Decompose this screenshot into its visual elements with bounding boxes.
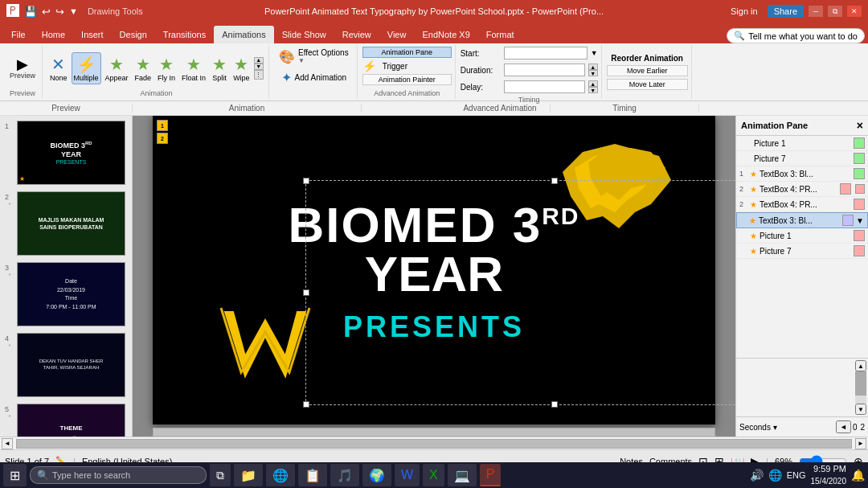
star-icon-1: ★ [750,170,757,178]
anim-scroll-down[interactable]: ▼ [254,64,264,70]
slide-thumb-1[interactable]: 1 BIOMED 3RD YEAR PRESENTS ★ [3,119,129,187]
duration-up[interactable]: ▲ [588,64,598,70]
anim-floatin[interactable]: ★ Float In [179,52,208,84]
notification-icon[interactable]: 🔔 [851,469,865,482]
anim-item-picture7-bot[interactable]: ★ Picture 7 [736,244,868,259]
save-icon[interactable]: 💾 [24,6,37,18]
start-dropdown[interactable]: ▼ [591,49,598,57]
anim-scroll-up[interactable]: ▲ [254,57,264,64]
anim-item-picture1-bot[interactable]: ★ Picture 1 [736,228,868,244]
delay-input[interactable] [504,80,585,93]
undo-icon[interactable]: ↩ [42,6,51,18]
close-btn[interactable]: ✕ [847,6,862,17]
duration-input[interactable] [504,64,585,76]
network-icon[interactable]: 🌐 [768,469,782,482]
delay-down[interactable]: ▼ [588,87,598,93]
delay-spinner: ▲ ▼ [588,80,598,93]
add-animation-btn[interactable]: ✦ Add Animation [276,68,352,87]
animation-pane-close[interactable]: × [857,119,863,132]
tab-insert[interactable]: Insert [73,26,112,43]
tab-animations[interactable]: Animations [214,26,273,43]
anim-none[interactable]: ✕ None [47,52,70,84]
slide-thumb-3[interactable]: 3 * Date22/03/2019Time7:00 PM - 11:00 PM [3,260,129,328]
chrome-btn[interactable]: 🌐 [266,464,295,486]
move-earlier-btn[interactable]: Move Earlier [607,65,688,76]
scroll-left-btn[interactable]: ◄ [2,438,13,449]
start-input[interactable] [504,47,588,59]
sound-icon[interactable]: 🔊 [750,469,764,482]
h-main-thumb[interactable] [17,440,851,448]
start-btn[interactable]: ⊞ [3,464,27,486]
anim-split[interactable]: ★ Split [210,52,229,84]
word-btn[interactable]: W [395,464,420,486]
anim-scroll-up-btn[interactable]: ▲ [855,360,866,371]
tab-view[interactable]: View [379,26,415,43]
folder-icon: 📁 [240,468,256,483]
slide-thumb-2[interactable]: 2 * MAJLIS MAKAN MALAMSAINS BIOPERUBATAN [3,190,129,257]
anim-item-textbox4-1[interactable]: 2 ★ TextBox 4: PR... [736,182,868,197]
slide-canvas[interactable]: 1 2 BIOMED 3RD YEAR PRESENTS [153,116,715,424]
anim-dropdown-arrow[interactable]: ▼ [856,216,864,225]
h-scroll-thumb[interactable] [154,429,714,436]
h-main-scrollbar[interactable] [16,439,852,449]
sign-in-btn[interactable]: Sign in [726,5,763,18]
anim-fade[interactable]: ★ Fade [133,52,154,84]
tab-design[interactable]: Design [112,26,155,43]
handle-tl[interactable] [303,178,309,184]
file-explorer-btn[interactable]: 📁 [234,464,263,486]
excel-btn[interactable]: X [423,464,444,486]
minimize-btn[interactable]: ─ [809,6,823,17]
animation-scroll-arrows: ▲ ▼ ⋮ [254,57,264,80]
tab-file[interactable]: File [3,26,34,43]
slide-thumb-5[interactable]: 5 * THEME 🎵 [3,402,129,437]
tab-endnote[interactable]: EndNote X9 [414,26,477,43]
slide-thumb-4[interactable]: 4 * DEKAN TUV HANDAR SHERTAHIR, WISRA SE… [3,331,129,399]
tab-home[interactable]: Home [34,26,73,43]
anim-scroll-down-btn[interactable]: ▼ [855,404,866,415]
tell-me-input[interactable]: 🔍 Tell me what you want to do [727,28,865,43]
redo-icon[interactable]: ↪ [55,6,64,18]
custom-btn-1[interactable]: 💻 [448,464,477,486]
edge-btn[interactable]: 🌍 [362,464,391,486]
tab-transitions[interactable]: Transitions [155,26,214,43]
taskbar-search[interactable]: 🔍 Type here to search [30,466,207,484]
move-later-btn[interactable]: Move Later [607,79,688,90]
task-view-btn[interactable]: ⧉ [210,464,231,486]
anim-appear[interactable]: ★ Appear [103,52,131,84]
customize-icon[interactable]: ▼ [69,6,78,16]
ribbon-content: ▶ Preview Preview ✕ None ⚡ Multiple ★ Ap… [0,43,868,101]
animation-painter-btn[interactable]: Animation Painter [362,74,452,85]
none-icon: ✕ [51,55,65,74]
anim-item-picture1-top[interactable]: Picture 1 [736,136,868,151]
effect-options-btn[interactable]: 🎨 Effect Options ▼ [274,47,354,66]
duration-down[interactable]: ▼ [588,70,598,76]
spotify-btn[interactable]: 🎵 [330,464,359,486]
tab-slideshow[interactable]: Slide Show [274,26,334,43]
powerpoint-taskbar-btn[interactable]: P [480,464,502,486]
anim-wipe[interactable]: ★ Wipe [231,52,252,84]
anim-scroll-thumb[interactable] [855,371,866,396]
trigger-btn[interactable]: Trigger [379,61,411,72]
delay-up[interactable]: ▲ [588,80,598,87]
share-btn[interactable]: Share [768,5,804,18]
preview-btn[interactable]: ▶ Preview [6,55,39,81]
restore-btn[interactable]: ⧉ [828,6,842,17]
effects-inner: 🎨 Effect Options ▼ ✦ Add Animation [274,47,354,97]
anim-flyin[interactable]: ★ Fly In [155,52,178,84]
timeline-prev-btn[interactable]: ◄ [836,420,851,433]
tab-review[interactable]: Review [334,26,379,43]
clock[interactable]: 9:59 PM 15/4/2020 [811,463,847,486]
animation-pane-btn[interactable]: Animation Pane [362,47,452,58]
anim-item-textbox4-2[interactable]: 2 ★ TextBox 4: PR... [736,197,868,212]
scroll-right-btn[interactable]: ► [855,438,866,449]
seconds-label[interactable]: Seconds ▾ [739,423,777,432]
h-scrollbar[interactable] [153,428,715,437]
anim-multiple[interactable]: ⚡ Multiple [72,52,101,84]
anim-item-textbox3-selected[interactable]: ★ TextBox 3: Bl... ▼ [736,212,868,228]
store-btn[interactable]: 📋 [298,464,327,486]
handle-bc[interactable] [551,401,558,408]
tab-format[interactable]: Format [478,26,522,43]
anim-item-picture7-top[interactable]: Picture 7 [736,151,868,166]
anim-more[interactable]: ⋮ [254,70,264,80]
anim-item-textbox3-1[interactable]: 1 ★ TextBox 3: Bl... [736,166,868,182]
